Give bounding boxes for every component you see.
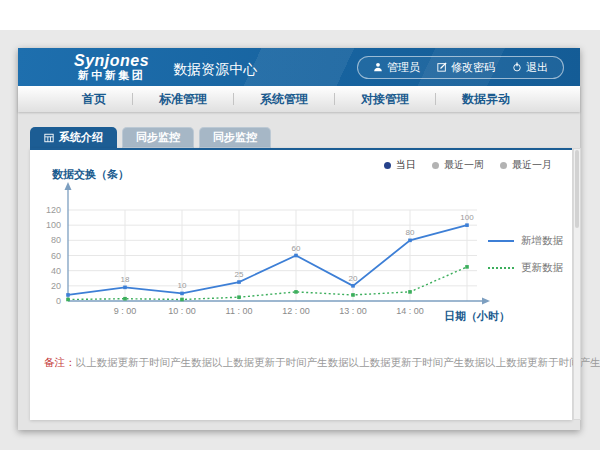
- svg-text:120: 120: [46, 205, 61, 215]
- svg-text:20: 20: [349, 274, 358, 283]
- nav-item-home[interactable]: 首页: [56, 91, 132, 108]
- company-logo: Synjones 新中新集团: [74, 53, 149, 81]
- svg-text:25: 25: [235, 270, 244, 279]
- svg-text:20: 20: [51, 281, 61, 291]
- svg-text:10: 10: [178, 281, 187, 290]
- svg-text:9 : 00: 9 : 00: [114, 306, 137, 316]
- logout-label: 退出: [526, 60, 548, 75]
- chart-legend: 新增数据 更新数据: [488, 234, 563, 275]
- time-range-filter: 当日 最近一周 最近一月: [384, 158, 552, 172]
- svg-text:100: 100: [46, 220, 61, 230]
- radio-last-week[interactable]: 最近一周: [432, 158, 484, 172]
- tab-label: 同步监控: [136, 127, 180, 148]
- footer-note: 备注：以上数据更新于时间产生数据以上数据更新于时间产生数据以上数据更新于时间产生…: [30, 356, 572, 370]
- person-icon: [373, 62, 383, 72]
- app-window: Synjones 新中新集团 数据资源中心 管理员 修改密码 退出 首页 标准管…: [18, 48, 580, 430]
- line-swatch-dotted-icon: [488, 267, 514, 269]
- power-icon: [512, 62, 522, 72]
- content-panel: 当日 最近一周 最近一月 数据交换（条） 0204060801001209 : …: [30, 148, 572, 420]
- tab-label: 同步监控: [213, 127, 257, 148]
- x-axis-title: 日期（小时）: [444, 309, 510, 324]
- page-title: 数据资源中心: [173, 61, 257, 79]
- line-chart: 0204060801001209 : 0010 : 0011 : 0012 : …: [38, 174, 508, 334]
- user-toolbar: 管理员 修改密码 退出: [357, 56, 564, 79]
- svg-text:18: 18: [121, 275, 130, 284]
- radio-dot: [384, 162, 391, 169]
- svg-text:14 : 00: 14 : 00: [396, 306, 424, 316]
- radio-today[interactable]: 当日: [384, 158, 416, 172]
- svg-text:10 : 00: 10 : 00: [168, 306, 196, 316]
- note-text: 以上数据更新于时间产生数据以上数据更新于时间产生数据以上数据更新于时间产生数据以…: [76, 356, 600, 368]
- svg-text:0: 0: [56, 296, 61, 306]
- svg-text:80: 80: [51, 235, 61, 245]
- main-nav: 首页 标准管理 系统管理 对接管理 数据异动: [18, 86, 580, 112]
- tab-system-intro[interactable]: 系统介绍: [30, 127, 117, 148]
- current-user-button[interactable]: 管理员: [373, 60, 420, 75]
- legend-item-update-data[interactable]: 更新数据: [488, 261, 563, 275]
- svg-text:12 : 00: 12 : 00: [282, 306, 310, 316]
- line-swatch-solid-icon: [488, 240, 514, 242]
- svg-text:80: 80: [406, 228, 415, 237]
- change-password-label: 修改密码: [451, 60, 495, 75]
- radio-label: 最近一月: [512, 158, 552, 172]
- current-user-label: 管理员: [387, 60, 420, 75]
- tab-sync-monitor-2[interactable]: 同步监控: [199, 127, 271, 148]
- radio-dot: [432, 162, 439, 169]
- radio-dot: [500, 162, 507, 169]
- grid-icon: [44, 133, 54, 143]
- radio-label: 最近一周: [444, 158, 484, 172]
- app-header: Synjones 新中新集团 数据资源中心 管理员 修改密码 退出: [18, 48, 580, 86]
- tab-sync-monitor-1[interactable]: 同步监控: [122, 127, 194, 148]
- svg-text:60: 60: [51, 251, 61, 261]
- svg-text:100: 100: [460, 213, 474, 222]
- svg-text:40: 40: [51, 266, 61, 276]
- scrollbar-thumb[interactable]: [575, 150, 579, 228]
- note-prefix: 备注：: [44, 356, 76, 368]
- tab-label: 系统介绍: [59, 127, 103, 148]
- vertical-scrollbar[interactable]: [573, 148, 581, 420]
- legend-label: 更新数据: [521, 261, 563, 275]
- svg-text:11 : 00: 11 : 00: [226, 306, 253, 316]
- legend-item-new-data[interactable]: 新增数据: [488, 234, 563, 248]
- edit-square-icon: [437, 62, 447, 72]
- nav-item-standard-mgmt[interactable]: 标准管理: [133, 91, 233, 108]
- nav-item-data-change[interactable]: 数据异动: [436, 91, 536, 108]
- radio-label: 当日: [396, 158, 416, 172]
- change-password-button[interactable]: 修改密码: [437, 60, 495, 75]
- tab-bar: 系统介绍 同步监控 同步监控: [30, 127, 271, 148]
- nav-item-interface-mgmt[interactable]: 对接管理: [335, 91, 435, 108]
- radio-last-month[interactable]: 最近一月: [500, 158, 552, 172]
- logo-wordmark: Synjones: [74, 53, 149, 70]
- logo-company-name: 新中新集团: [78, 70, 146, 82]
- nav-item-system-mgmt[interactable]: 系统管理: [234, 91, 334, 108]
- svg-text:13 : 00: 13 : 00: [339, 306, 367, 316]
- svg-text:60: 60: [292, 244, 301, 253]
- logout-button[interactable]: 退出: [512, 60, 548, 75]
- legend-label: 新增数据: [521, 234, 563, 248]
